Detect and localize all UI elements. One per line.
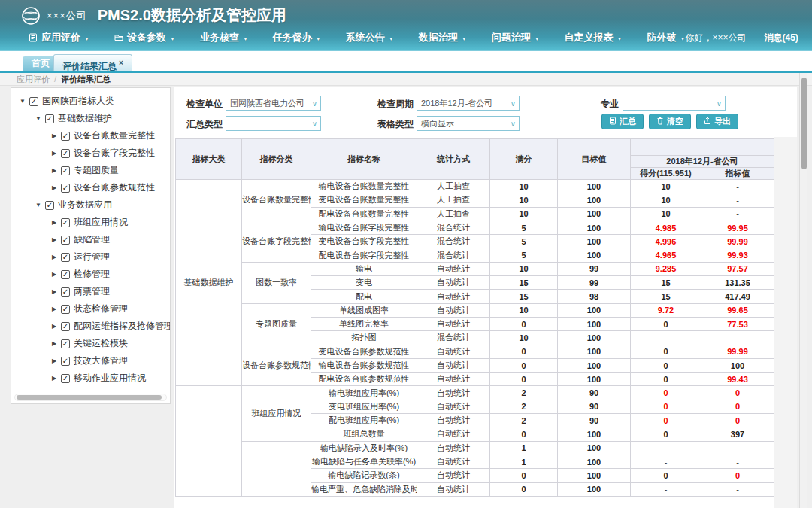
checkbox[interactable]: ✓ [61, 149, 70, 158]
expand-icon[interactable]: ▶ [50, 306, 58, 312]
expand-icon[interactable]: ▶ [50, 150, 58, 157]
tab-evaluation-summary[interactable]: 评价结果汇总× [53, 54, 132, 71]
expand-icon[interactable]: ▶ [50, 167, 58, 174]
checkbox[interactable]: ✓ [61, 184, 70, 193]
indicator-value-cell: - [701, 482, 774, 496]
checkbox[interactable]: ✓ [45, 114, 54, 123]
nav-item-8[interactable]: 自定义报表▼ [565, 31, 623, 44]
checkbox[interactable]: ✓ [61, 132, 70, 141]
nav-item-6[interactable]: 数据治理▼ [419, 31, 467, 44]
tree-item[interactable]: ▶✓缺陷管理 [11, 231, 170, 248]
tree-item[interactable]: ▼✓国网陕西指标大类 [11, 93, 170, 110]
nav-item-1[interactable]: 应用评价▼ [29, 31, 89, 44]
checkbox[interactable]: ✓ [61, 374, 70, 383]
nav-item-2[interactable]: 设备参数▼ [114, 31, 175, 44]
tree-item[interactable]: ▶✓设备台账参数规范性 [11, 179, 170, 196]
header-full-score: 满分 [490, 139, 558, 180]
clear-button[interactable]: 清空 [649, 114, 691, 129]
tree-item[interactable]: ▶✓移动作业应用情况 [11, 370, 170, 387]
expand-icon[interactable]: ▶ [50, 323, 58, 330]
tree-item-label: 两票管理 [74, 285, 110, 298]
summarize-button[interactable]: 汇总 [601, 114, 644, 129]
expand-icon[interactable]: ▶ [50, 236, 58, 243]
target-value-cell: 100 [558, 317, 631, 330]
expand-icon[interactable]: ▶ [50, 219, 58, 226]
tree-item[interactable]: ▶✓专题图质量 [11, 162, 170, 179]
checkbox[interactable]: ✓ [61, 236, 70, 245]
scrollbar-thumb[interactable] [17, 395, 162, 400]
indicator-name-cell: 变电设备台账参数规范性 [311, 345, 417, 358]
summary-type-select[interactable]: ∨ [226, 116, 321, 131]
tree-item[interactable]: ▶✓运行管理 [11, 248, 170, 266]
collapse-icon[interactable]: ▼ [35, 115, 42, 122]
tree-item[interactable]: ▶✓设备台账字段完整性 [11, 144, 170, 162]
minor-category-cell: 设备台账字段完整性 [242, 221, 311, 262]
target-value-cell: 100 [558, 345, 631, 358]
company-logo-icon [21, 6, 41, 26]
collapse-icon[interactable]: ▼ [19, 98, 26, 105]
nav-item-5[interactable]: 系统公告▼ [346, 31, 394, 44]
full-score-cell: 1 [490, 441, 558, 455]
check-unit-select[interactable]: 国网陕西省电力公司 ∨ [226, 96, 321, 111]
full-score-cell: 15 [490, 276, 558, 290]
indicator-name-cell: 班组总数量 [311, 427, 417, 441]
checkbox[interactable]: ✓ [45, 201, 54, 210]
tree-item[interactable]: ▶✓配网运维指挥及抢修管理 [11, 318, 170, 335]
checkbox[interactable]: ✓ [61, 166, 70, 175]
page-vertical-scrollbar[interactable] [799, 73, 807, 508]
nav-item-7[interactable]: 问题治理▼ [492, 31, 540, 44]
checkbox[interactable]: ✓ [61, 253, 70, 262]
indicator-name-cell: 输电设备台账数量完整性 [311, 180, 417, 193]
tree-item[interactable]: ▶✓技改大修管理 [11, 352, 170, 370]
expand-icon[interactable]: ▶ [50, 184, 58, 191]
expand-icon[interactable]: ▶ [50, 357, 58, 364]
indicator-name-cell: 输电缺陷与任务单关联率(%) [311, 455, 417, 468]
breadcrumb-section[interactable]: 应用评价 [17, 75, 50, 84]
nav-item-4[interactable]: 任务督办▼ [273, 31, 321, 44]
export-button[interactable]: 导出 [696, 114, 738, 129]
expand-icon[interactable]: ▶ [50, 375, 58, 382]
expand-icon[interactable]: ▶ [50, 271, 58, 278]
statistic-method-cell: 自动统计 [417, 400, 490, 413]
tree-item[interactable]: ▶✓两票管理 [11, 283, 170, 300]
checkbox[interactable]: ✓ [61, 357, 70, 366]
checkbox[interactable]: ✓ [61, 218, 70, 227]
chevron-down-icon: ▼ [535, 36, 540, 41]
tree-item[interactable]: ▶✓设备台账数量完整性 [11, 127, 170, 144]
checkbox[interactable]: ✓ [61, 305, 70, 314]
messages-link[interactable]: 消息(45) [764, 32, 798, 44]
target-value-cell: 100 [558, 235, 631, 248]
sidebar-horizontal-scrollbar[interactable] [14, 394, 167, 401]
close-icon[interactable]: × [119, 59, 123, 67]
collapse-icon[interactable]: ▼ [35, 202, 42, 208]
nav-item-9[interactable]: 防外破▼ [647, 31, 686, 44]
tree-item[interactable]: ▶✓检修管理 [11, 266, 170, 283]
checkbox[interactable]: ✓ [29, 97, 38, 106]
target-value-cell: 99 [558, 262, 631, 275]
table-type-select[interactable]: 横向显示 ∨ [417, 116, 520, 131]
nav-item-3[interactable]: 业务核查▼ [200, 31, 248, 44]
header-indicator-value: 指标值 [701, 168, 774, 180]
export-button-label: 导出 [714, 116, 731, 127]
tree-item[interactable]: ▼✓基础数据维护 [11, 110, 170, 127]
tree-item[interactable]: ▶✓班组应用情况 [11, 214, 170, 231]
checkbox[interactable]: ✓ [61, 270, 70, 279]
nav-item-label: 自定义报表 [565, 31, 614, 44]
expand-icon[interactable]: ▶ [50, 254, 58, 260]
expand-icon[interactable]: ▶ [50, 340, 58, 347]
tree-item[interactable]: ▼✓业务数据应用 [11, 196, 170, 214]
table-row: 图数一致率输电自动统计10999.28597.57 [176, 262, 774, 275]
expand-icon[interactable]: ▶ [50, 288, 58, 295]
header-statistic-method: 统计方式 [417, 139, 490, 180]
minor-category-cell [242, 441, 311, 496]
specialty-select[interactable]: ∨ [623, 96, 726, 111]
scrollbar-thumb[interactable] [801, 78, 807, 169]
check-period-select[interactable]: 2018年12月-省公司 ∨ [417, 96, 520, 111]
tree-item[interactable]: ▶✓状态检修管理 [11, 300, 170, 318]
tree-item[interactable]: ▶✓关键运检模块 [11, 335, 170, 352]
checkbox[interactable]: ✓ [61, 287, 70, 297]
checkbox[interactable]: ✓ [61, 339, 70, 348]
indicator-name-cell: 配电 [311, 290, 417, 303]
checkbox[interactable]: ✓ [61, 322, 70, 331]
expand-icon[interactable]: ▶ [50, 132, 58, 139]
